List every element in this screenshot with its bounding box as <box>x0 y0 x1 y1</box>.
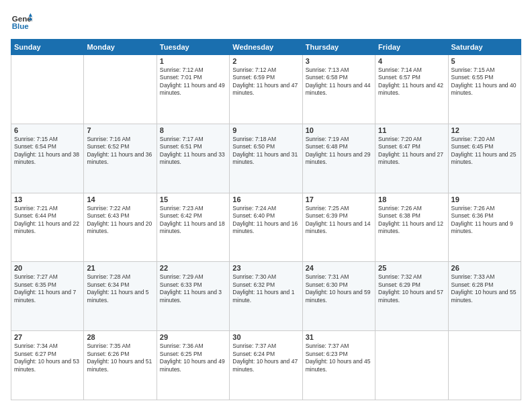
day-content: Sunrise: 7:37 AM Sunset: 6:24 PM Dayligh… <box>232 342 299 373</box>
day-number: 16 <box>232 195 299 203</box>
calendar-cell: 6Sunrise: 7:15 AM Sunset: 6:54 PM Daylig… <box>11 124 84 193</box>
calendar-cell: 12Sunrise: 7:20 AM Sunset: 6:45 PM Dayli… <box>448 124 521 193</box>
calendar-week-row: 6Sunrise: 7:15 AM Sunset: 6:54 PM Daylig… <box>11 124 521 193</box>
calendar-cell: 27Sunrise: 7:34 AM Sunset: 6:27 PM Dayli… <box>11 331 84 400</box>
day-content: Sunrise: 7:23 AM Sunset: 6:42 PM Dayligh… <box>160 205 226 236</box>
calendar-cell: 24Sunrise: 7:31 AM Sunset: 6:30 PM Dayli… <box>302 262 375 331</box>
day-number: 17 <box>306 195 372 203</box>
day-content: Sunrise: 7:13 AM Sunset: 6:58 PM Dayligh… <box>306 66 372 97</box>
calendar-week-row: 13Sunrise: 7:21 AM Sunset: 6:44 PM Dayli… <box>11 193 521 262</box>
calendar-day-header: Monday <box>84 40 157 55</box>
calendar-cell: 21Sunrise: 7:28 AM Sunset: 6:34 PM Dayli… <box>84 262 157 331</box>
calendar-cell: 18Sunrise: 7:26 AM Sunset: 6:38 PM Dayli… <box>375 193 448 262</box>
calendar-week-row: 27Sunrise: 7:34 AM Sunset: 6:27 PM Dayli… <box>11 331 521 400</box>
day-content: Sunrise: 7:15 AM Sunset: 6:55 PM Dayligh… <box>451 66 518 97</box>
page: General Blue SundayMondayTuesdayWednesda… <box>0 0 532 411</box>
day-number: 15 <box>160 195 226 203</box>
day-content: Sunrise: 7:18 AM Sunset: 6:50 PM Dayligh… <box>232 136 299 167</box>
day-number: 5 <box>451 57 518 65</box>
day-content: Sunrise: 7:24 AM Sunset: 6:40 PM Dayligh… <box>232 205 299 236</box>
day-content: Sunrise: 7:25 AM Sunset: 6:39 PM Dayligh… <box>306 205 372 236</box>
day-content: Sunrise: 7:16 AM Sunset: 6:52 PM Dayligh… <box>87 136 153 167</box>
day-content: Sunrise: 7:17 AM Sunset: 6:51 PM Dayligh… <box>160 136 226 167</box>
day-content: Sunrise: 7:26 AM Sunset: 6:38 PM Dayligh… <box>378 205 445 236</box>
day-number: 23 <box>232 264 299 272</box>
calendar-cell: 25Sunrise: 7:32 AM Sunset: 6:29 PM Dayli… <box>375 262 448 331</box>
day-content: Sunrise: 7:12 AM Sunset: 6:59 PM Dayligh… <box>232 66 299 97</box>
calendar-day-header: Thursday <box>302 40 375 55</box>
day-number: 30 <box>232 333 299 341</box>
day-number: 25 <box>378 264 445 272</box>
calendar-week-row: 20Sunrise: 7:27 AM Sunset: 6:35 PM Dayli… <box>11 262 521 331</box>
calendar-cell: 2Sunrise: 7:12 AM Sunset: 6:59 PM Daylig… <box>230 55 302 124</box>
day-content: Sunrise: 7:36 AM Sunset: 6:25 PM Dayligh… <box>160 342 226 373</box>
day-content: Sunrise: 7:15 AM Sunset: 6:54 PM Dayligh… <box>14 136 81 167</box>
calendar-cell: 9Sunrise: 7:18 AM Sunset: 6:50 PM Daylig… <box>230 124 302 193</box>
calendar-header-row: SundayMondayTuesdayWednesdayThursdayFrid… <box>11 40 521 55</box>
calendar-day-header: Wednesday <box>230 40 302 55</box>
day-content: Sunrise: 7:32 AM Sunset: 6:29 PM Dayligh… <box>378 273 445 304</box>
day-content: Sunrise: 7:33 AM Sunset: 6:28 PM Dayligh… <box>451 273 518 304</box>
calendar-cell <box>375 331 448 400</box>
logo-icon: General Blue <box>11 11 32 32</box>
day-content: Sunrise: 7:20 AM Sunset: 6:47 PM Dayligh… <box>378 136 445 167</box>
calendar-cell: 20Sunrise: 7:27 AM Sunset: 6:35 PM Dayli… <box>11 262 84 331</box>
day-content: Sunrise: 7:30 AM Sunset: 6:32 PM Dayligh… <box>232 273 299 304</box>
calendar-cell: 26Sunrise: 7:33 AM Sunset: 6:28 PM Dayli… <box>448 262 521 331</box>
calendar-cell: 19Sunrise: 7:26 AM Sunset: 6:36 PM Dayli… <box>448 193 521 262</box>
day-content: Sunrise: 7:28 AM Sunset: 6:34 PM Dayligh… <box>87 273 153 304</box>
day-content: Sunrise: 7:20 AM Sunset: 6:45 PM Dayligh… <box>451 136 518 167</box>
day-number: 31 <box>306 333 372 341</box>
calendar-cell <box>448 331 521 400</box>
day-number: 24 <box>306 264 372 272</box>
day-number: 18 <box>378 195 445 203</box>
day-number: 10 <box>306 126 372 134</box>
calendar-cell: 4Sunrise: 7:14 AM Sunset: 6:57 PM Daylig… <box>375 55 448 124</box>
calendar-cell: 5Sunrise: 7:15 AM Sunset: 6:55 PM Daylig… <box>448 55 521 124</box>
calendar-cell: 29Sunrise: 7:36 AM Sunset: 6:25 PM Dayli… <box>157 331 229 400</box>
day-number: 26 <box>451 264 518 272</box>
calendar-cell: 17Sunrise: 7:25 AM Sunset: 6:39 PM Dayli… <box>302 193 375 262</box>
calendar-cell: 8Sunrise: 7:17 AM Sunset: 6:51 PM Daylig… <box>157 124 229 193</box>
day-number: 7 <box>87 126 153 134</box>
day-content: Sunrise: 7:21 AM Sunset: 6:44 PM Dayligh… <box>14 205 81 236</box>
calendar-cell: 22Sunrise: 7:29 AM Sunset: 6:33 PM Dayli… <box>157 262 229 331</box>
day-number: 19 <box>451 195 518 203</box>
svg-text:Blue: Blue <box>12 22 30 30</box>
day-number: 1 <box>160 57 226 65</box>
day-content: Sunrise: 7:14 AM Sunset: 6:57 PM Dayligh… <box>378 66 445 97</box>
day-number: 22 <box>160 264 226 272</box>
day-content: Sunrise: 7:37 AM Sunset: 6:23 PM Dayligh… <box>306 342 372 373</box>
calendar-cell: 15Sunrise: 7:23 AM Sunset: 6:42 PM Dayli… <box>157 193 229 262</box>
calendar-cell: 11Sunrise: 7:20 AM Sunset: 6:47 PM Dayli… <box>375 124 448 193</box>
day-number: 29 <box>160 333 226 341</box>
day-content: Sunrise: 7:29 AM Sunset: 6:33 PM Dayligh… <box>160 273 226 304</box>
calendar-cell: 23Sunrise: 7:30 AM Sunset: 6:32 PM Dayli… <box>230 262 302 331</box>
day-content: Sunrise: 7:27 AM Sunset: 6:35 PM Dayligh… <box>14 273 81 304</box>
calendar-cell <box>84 55 157 124</box>
day-number: 12 <box>451 126 518 134</box>
calendar-cell: 7Sunrise: 7:16 AM Sunset: 6:52 PM Daylig… <box>84 124 157 193</box>
day-number: 9 <box>232 126 299 134</box>
calendar-cell: 31Sunrise: 7:37 AM Sunset: 6:23 PM Dayli… <box>302 331 375 400</box>
day-number: 6 <box>14 126 81 134</box>
calendar-cell: 13Sunrise: 7:21 AM Sunset: 6:44 PM Dayli… <box>11 193 84 262</box>
day-number: 3 <box>306 57 372 65</box>
day-number: 2 <box>232 57 299 65</box>
day-content: Sunrise: 7:34 AM Sunset: 6:27 PM Dayligh… <box>14 342 81 373</box>
calendar-day-header: Sunday <box>11 40 84 55</box>
day-number: 13 <box>14 195 81 203</box>
day-number: 20 <box>14 264 81 272</box>
calendar-cell: 1Sunrise: 7:12 AM Sunset: 7:01 PM Daylig… <box>157 55 229 124</box>
day-number: 8 <box>160 126 226 134</box>
day-number: 27 <box>14 333 81 341</box>
calendar-cell: 30Sunrise: 7:37 AM Sunset: 6:24 PM Dayli… <box>230 331 302 400</box>
calendar-day-header: Saturday <box>448 40 521 55</box>
day-number: 21 <box>87 264 153 272</box>
day-number: 28 <box>87 333 153 341</box>
day-content: Sunrise: 7:26 AM Sunset: 6:36 PM Dayligh… <box>451 205 518 236</box>
calendar-cell: 16Sunrise: 7:24 AM Sunset: 6:40 PM Dayli… <box>230 193 302 262</box>
day-content: Sunrise: 7:35 AM Sunset: 6:26 PM Dayligh… <box>87 342 153 373</box>
day-content: Sunrise: 7:31 AM Sunset: 6:30 PM Dayligh… <box>306 273 372 304</box>
day-content: Sunrise: 7:22 AM Sunset: 6:43 PM Dayligh… <box>87 205 153 236</box>
